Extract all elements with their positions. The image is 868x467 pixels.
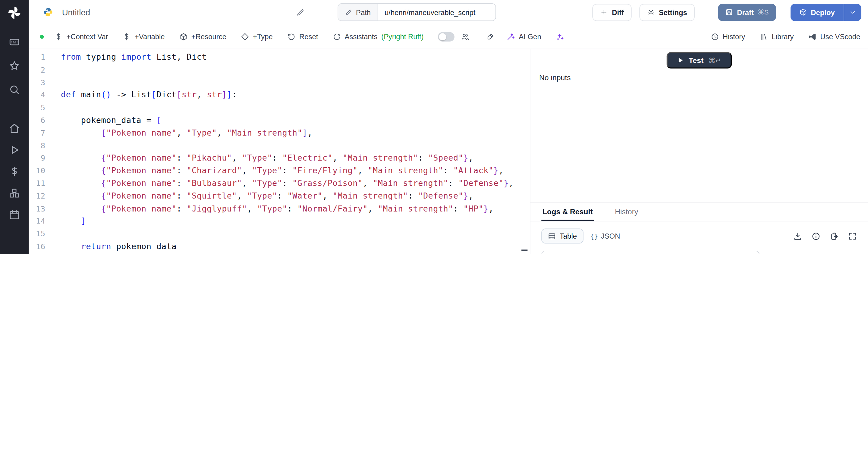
line-number: 17 bbox=[29, 253, 45, 254]
search-icon[interactable] bbox=[9, 84, 20, 95]
deploy-split-button: Deploy bbox=[790, 4, 861, 21]
code-line: 11 {"Pokemon name": "Bulbasaur", "Type":… bbox=[29, 177, 530, 190]
path-edit-icon bbox=[345, 8, 352, 15]
library-label: Library bbox=[772, 32, 794, 41]
assistants-label: Assistants bbox=[345, 32, 378, 41]
line-number: 1 bbox=[29, 51, 45, 64]
code-line: 5 bbox=[29, 101, 530, 114]
code-line: 14 ] bbox=[29, 215, 530, 227]
top-bar-actions: Diff Settings Draft ⌘S Deploy bbox=[592, 4, 861, 21]
right-panel: Test ⌘↵ No inputs Logs & Result History bbox=[530, 49, 868, 254]
settings-button[interactable]: Settings bbox=[639, 4, 695, 21]
sparkles-icon bbox=[555, 32, 564, 41]
results-section: Logs & Result History Table {} JSON bbox=[530, 203, 868, 254]
status-dot bbox=[40, 35, 44, 38]
line-number: 7 bbox=[29, 127, 45, 139]
keyboard-icon[interactable] bbox=[9, 36, 20, 48]
line-number: 9 bbox=[29, 152, 45, 164]
result-search-row: Download as CSV bbox=[541, 251, 857, 254]
resources-icon[interactable] bbox=[9, 188, 20, 199]
test-button[interactable]: Test ⌘↵ bbox=[667, 52, 732, 69]
deploy-dropdown-button[interactable] bbox=[844, 4, 861, 21]
line-number: 11 bbox=[29, 177, 45, 190]
line-number: 4 bbox=[29, 89, 45, 101]
format-brush-icon bbox=[486, 32, 495, 41]
draft-label: Draft bbox=[737, 8, 754, 17]
reset-button[interactable]: Reset bbox=[287, 32, 318, 41]
toolbar-right: History Library Use VScode bbox=[710, 32, 860, 41]
package-icon bbox=[799, 8, 807, 16]
content-area: 1from typing import List, Dict234def mai… bbox=[29, 49, 868, 254]
runs-icon[interactable] bbox=[9, 144, 20, 155]
viewport: Untitled Path Diff Settings bbox=[0, 0, 868, 254]
rotate-ccw-icon bbox=[287, 32, 296, 41]
braces-icon: {} bbox=[590, 232, 598, 240]
dollar-icon bbox=[122, 32, 131, 41]
tab-history[interactable]: History bbox=[614, 203, 639, 221]
code-line: 16 return pokemon_data bbox=[29, 240, 530, 253]
test-shortcut: ⌘↵ bbox=[709, 56, 721, 64]
ai-suggest-button[interactable] bbox=[555, 32, 564, 41]
info-icon[interactable] bbox=[812, 232, 820, 241]
main-column: Untitled Path Diff Settings bbox=[29, 0, 868, 254]
code-editor[interactable]: 1from typing import List, Dict234def mai… bbox=[29, 49, 530, 254]
ai-gen-button[interactable]: AI Gen bbox=[507, 32, 541, 41]
add-type-label: +Type bbox=[253, 32, 273, 41]
dollar-icon bbox=[54, 32, 63, 41]
copy-icon[interactable] bbox=[830, 232, 838, 241]
assistants-button[interactable]: Assistants (Pyright Ruff) bbox=[333, 32, 424, 41]
add-type-button[interactable]: +Type bbox=[241, 32, 273, 41]
diff-button[interactable]: Diff bbox=[592, 4, 632, 21]
assistant-toggle[interactable] bbox=[438, 32, 455, 41]
wand-sparkles-icon bbox=[507, 32, 515, 41]
library-icon bbox=[760, 32, 768, 41]
deploy-button[interactable]: Deploy bbox=[790, 4, 844, 21]
code-line: 8 bbox=[29, 139, 530, 152]
code-lines: 1from typing import List, Dict234def mai… bbox=[29, 51, 530, 254]
expand-icon[interactable] bbox=[848, 232, 857, 241]
result-action-icons bbox=[793, 232, 857, 241]
library-button[interactable]: Library bbox=[760, 32, 794, 41]
results-tabs: Logs & Result History bbox=[530, 203, 868, 221]
windmill-logo-icon[interactable] bbox=[7, 5, 22, 20]
view-controls: Table {} JSON bbox=[541, 229, 857, 244]
code-line: 12 {"Pokemon name": "Squirtle", "Type": … bbox=[29, 190, 530, 203]
reset-label: Reset bbox=[299, 32, 318, 41]
code-line: 3 bbox=[29, 76, 530, 89]
schedules-icon[interactable] bbox=[9, 209, 20, 220]
line-number: 8 bbox=[29, 139, 45, 152]
code-line: 10 {"Pokemon name": "Charizard", "Type":… bbox=[29, 164, 530, 177]
draft-button[interactable]: Draft ⌘S bbox=[718, 4, 776, 21]
multiplayer-button[interactable] bbox=[461, 32, 470, 41]
line-number: 5 bbox=[29, 101, 45, 114]
code-line: 7 ["Pokemon name", "Type", "Main strengt… bbox=[29, 127, 530, 139]
add-resource-button[interactable]: +Resource bbox=[179, 32, 226, 41]
add-context-var-button[interactable]: +Context Var bbox=[54, 32, 108, 41]
line-number: 16 bbox=[29, 240, 45, 253]
variables-icon[interactable] bbox=[9, 166, 20, 177]
view-json-button[interactable]: {} JSON bbox=[590, 232, 620, 241]
home-icon[interactable] bbox=[9, 123, 20, 134]
result-search-input[interactable] bbox=[541, 251, 760, 254]
diff-label: Diff bbox=[612, 8, 624, 17]
download-icon[interactable] bbox=[793, 232, 802, 241]
view-table-label: Table bbox=[560, 232, 577, 241]
overview-ruler-cursor-mark bbox=[521, 249, 527, 251]
view-table-button[interactable]: Table bbox=[541, 229, 584, 244]
editor-toolbar: +Context Var +Variable +Resource +Type R… bbox=[29, 24, 868, 50]
format-button[interactable] bbox=[486, 32, 495, 41]
path-input[interactable] bbox=[378, 4, 495, 21]
star-icon[interactable] bbox=[9, 60, 20, 71]
top-bar: Untitled Path Diff Settings bbox=[29, 0, 868, 24]
line-number: 6 bbox=[29, 114, 45, 127]
chevron-down-icon bbox=[849, 8, 856, 15]
code-line: 13 {"Pokemon name": "Jigglypuff", "Type"… bbox=[29, 202, 530, 215]
path-label: Path bbox=[356, 8, 371, 17]
add-resource-label: +Resource bbox=[191, 32, 226, 41]
history-button[interactable]: History bbox=[710, 32, 745, 41]
use-vscode-button[interactable]: Use VScode bbox=[808, 32, 860, 41]
use-vscode-label: Use VScode bbox=[820, 32, 861, 41]
tab-logs-result[interactable]: Logs & Result bbox=[541, 203, 594, 221]
add-variable-button[interactable]: +Variable bbox=[122, 32, 164, 41]
edit-pencil-icon[interactable] bbox=[296, 8, 305, 17]
